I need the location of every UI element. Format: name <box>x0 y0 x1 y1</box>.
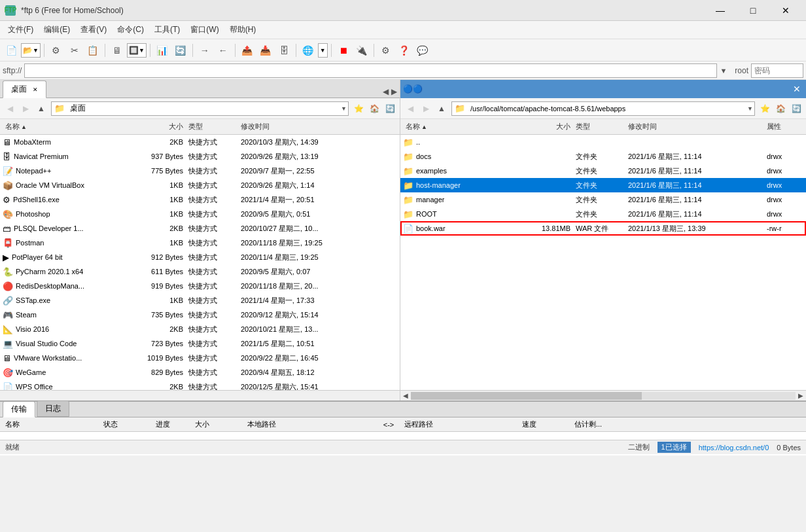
list-item[interactable]: 🔗 SSTap.exe 1KB 快捷方式 2021/1/4 星期一, 17:33 <box>0 293 400 308</box>
list-item[interactable]: 🗃 PLSQL Developer 1... 2KB 快捷方式 2020/10/… <box>0 221 400 236</box>
toolbar-btn1[interactable]: ⚙ <box>48 42 65 59</box>
password-input[interactable] <box>751 63 803 78</box>
toolbar-settings[interactable]: ⚙ <box>377 42 394 59</box>
list-item[interactable]: ▶ PotPlayer 64 bit 912 Bytes 快捷方式 2020/1… <box>0 250 400 264</box>
toolbar-connect[interactable]: 🔌 <box>353 42 370 59</box>
menu-command[interactable]: 命令(C) <box>112 22 149 38</box>
left-col-mtime[interactable]: 修改时间 <box>238 122 397 132</box>
list-item[interactable]: 📁 host-manager 文件夹 2021/1/6 星期三, 11:14 d… <box>400 178 806 192</box>
menu-view[interactable]: 查看(V) <box>75 22 112 38</box>
left-back-btn[interactable]: ◀ <box>3 101 17 116</box>
right-panel-close[interactable]: ✕ <box>790 82 803 96</box>
list-item[interactable]: 📁 ROOT 文件夹 2021/1/6 星期三, 11:14 drwx <box>400 207 806 221</box>
toolbar-dropdown3[interactable]: ▼ <box>318 43 328 58</box>
left-scroll-right[interactable]: ▶ <box>391 87 397 96</box>
list-item[interactable]: 🔴 RedisDesktopMana... 919 Bytes 快捷方式 202… <box>0 279 400 293</box>
toolbar-btn8[interactable]: 📥 <box>257 42 274 59</box>
toolbar-btn6[interactable]: ← <box>215 42 232 59</box>
right-forward-btn[interactable]: ▶ <box>419 101 433 116</box>
left-scroll-x[interactable] <box>0 390 400 400</box>
transfer-tab-log[interactable]: 日志 <box>37 400 69 417</box>
right-up-btn[interactable]: ▲ <box>434 101 449 116</box>
list-item[interactable]: 🎮 Steam 735 Bytes 快捷方式 2020/9/12 星期六, 15… <box>0 308 400 322</box>
dropdown-arrow[interactable]: ▼ <box>720 67 727 75</box>
list-item[interactable]: 📐 Visio 2016 2KB 快捷方式 2020/10/21 星期三, 13… <box>0 322 400 336</box>
left-bookmark-btn[interactable]: ⭐ <box>351 101 366 116</box>
menu-help[interactable]: 帮助(H) <box>224 22 262 38</box>
left-home-btn[interactable]: 🏠 <box>367 101 381 116</box>
right-scroll-x[interactable]: ◀ ▶ <box>400 390 806 400</box>
file-type: 快捷方式 <box>186 296 238 306</box>
toolbar-btn10[interactable]: 🌐 <box>300 42 317 59</box>
right-refresh-btn[interactable]: 🔄 <box>789 101 803 116</box>
list-item[interactable]: 💻 Visual Studio Code 723 Bytes 快捷方式 2021… <box>0 336 400 351</box>
right-path-dropdown[interactable]: ▼ <box>746 105 754 112</box>
toolbar-open-dropdown[interactable]: 📂▼ <box>21 43 41 58</box>
scroll-left-btn[interactable]: ◀ <box>402 392 410 399</box>
toolbar-stop[interactable]: ⏹ <box>335 42 352 59</box>
list-item[interactable]: 🖥 MobaXterm 2KB 快捷方式 2020/10/3 星期六, 14:3… <box>0 135 400 149</box>
right-col-mtime[interactable]: 修改时间 <box>625 122 764 132</box>
list-item[interactable]: 📦 Oracle VM VirtualBox 1KB 快捷方式 2020/9/2… <box>0 178 400 192</box>
minimize-button[interactable]: — <box>705 0 735 21</box>
list-item[interactable]: 🗄 Navicat Premium 937 Bytes 快捷方式 2020/9/… <box>0 149 400 164</box>
right-col-type[interactable]: 类型 <box>573 122 625 132</box>
right-bookmark-btn[interactable]: ⭐ <box>758 101 772 116</box>
list-item[interactable]: 🖥 VMware Workstatio... 1019 Bytes 快捷方式 2… <box>0 351 400 365</box>
maximize-button[interactable]: □ <box>738 0 768 21</box>
left-col-size[interactable]: 大小 <box>133 122 186 132</box>
toolbar-btn7[interactable]: 📤 <box>239 42 256 59</box>
scroll-track[interactable] <box>411 392 796 400</box>
list-item[interactable]: ⚙ PdShell16.exe 1KB 快捷方式 2021/1/4 星期一, 2… <box>0 192 400 207</box>
list-item[interactable]: 🎨 Photoshop 1KB 快捷方式 2020/9/5 星期六, 0:51 <box>0 207 400 221</box>
toolbar-btn5[interactable]: → <box>196 42 213 59</box>
left-refresh-btn[interactable]: 🔄 <box>383 101 397 116</box>
left-col-name[interactable]: 名称 ▲ <box>3 122 133 132</box>
right-col-name[interactable]: 名称 ▲ <box>403 122 521 132</box>
close-button[interactable]: ✕ <box>771 0 801 21</box>
toolbar-comment[interactable]: 💬 <box>414 42 431 59</box>
list-item[interactable]: 📄 book.war 13.81MB WAR 文件 2021/1/13 星期三,… <box>400 221 806 236</box>
list-item[interactable]: 🐍 PyCharm 2020.1 x64 611 Bytes 快捷方式 2020… <box>0 264 400 279</box>
menu-edit[interactable]: 编辑(E) <box>39 22 75 38</box>
list-item[interactable]: 📄 WPS Office 2KB 快捷方式 2020/12/5 星期六, 15:… <box>0 380 400 390</box>
left-col-type[interactable]: 类型 <box>186 122 238 132</box>
right-col-size[interactable]: 大小 <box>521 122 573 132</box>
toolbar-btn2[interactable]: ✂ <box>66 42 83 59</box>
left-path-dropdown[interactable]: ▼ <box>340 105 348 112</box>
address-input[interactable] <box>24 63 717 78</box>
list-item[interactable]: 📁 .. <box>400 135 806 149</box>
list-item[interactable]: 📁 manager 文件夹 2021/1/6 星期三, 11:14 drwx <box>400 192 806 207</box>
scroll-right-btn[interactable]: ▶ <box>797 392 805 399</box>
toolbar-sync-btn[interactable]: 🔄 <box>172 42 189 59</box>
left-up-btn[interactable]: ▲ <box>34 101 48 116</box>
list-item[interactable]: 📝 Notepad++ 775 Bytes 快捷方式 2020/9/7 星期一,… <box>0 164 400 178</box>
list-item[interactable]: 📁 docs 文件夹 2021/1/6 星期三, 11:14 drwx <box>400 149 806 164</box>
toolbar-dropdown2[interactable]: 🔲▼ <box>127 43 147 58</box>
right-back-btn[interactable]: ◀ <box>403 101 417 116</box>
list-item[interactable]: 🎯 WeGame 829 Bytes 快捷方式 2020/9/4 星期五, 18… <box>0 365 400 380</box>
left-forward-btn[interactable]: ▶ <box>18 101 33 116</box>
list-item[interactable]: 📁 examples 文件夹 2021/1/6 星期三, 11:14 drwx <box>400 164 806 178</box>
right-home-btn[interactable]: 🏠 <box>773 101 788 116</box>
transfer-tab-active[interactable]: 传输 <box>3 401 35 417</box>
left-tab-close[interactable]: ✕ <box>33 86 38 93</box>
menu-file[interactable]: 文件(F) <box>3 22 39 38</box>
left-path-input[interactable] <box>67 102 340 115</box>
toolbar-btn3[interactable]: 📋 <box>84 42 101 59</box>
left-scroll-left[interactable]: ◀ <box>383 87 389 96</box>
toolbar-btn4[interactable]: 🖥 <box>109 42 126 59</box>
scroll-thumb[interactable] <box>411 392 642 400</box>
sftp-label: sftp:// <box>3 66 22 75</box>
toolbar-view-btn[interactable]: 📊 <box>154 42 171 59</box>
toolbar-help[interactable]: ❓ <box>396 42 413 59</box>
left-panel-tab[interactable]: 桌面 ✕ <box>3 80 46 98</box>
menu-tools[interactable]: 工具(T) <box>149 22 185 38</box>
toolbar-btn9[interactable]: 🗄 <box>275 42 292 59</box>
list-item[interactable]: 📮 Postman 1KB 快捷方式 2020/11/18 星期三, 19:25 <box>0 236 400 250</box>
right-col-attr[interactable]: 属性 <box>764 122 803 132</box>
menu-window[interactable]: 窗口(W) <box>185 22 224 38</box>
file-type: 快捷方式 <box>186 238 238 248</box>
toolbar-new[interactable]: 📄 <box>3 42 20 59</box>
right-path-input[interactable] <box>468 102 746 115</box>
